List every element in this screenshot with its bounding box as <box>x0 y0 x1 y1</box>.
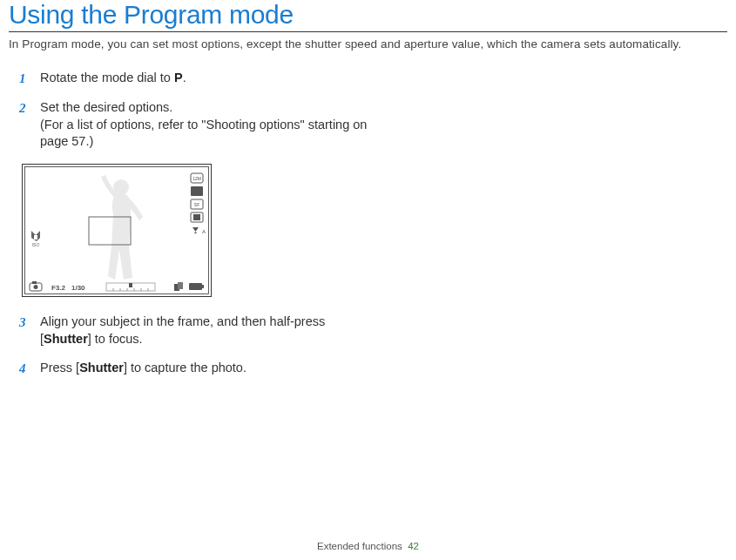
intro-text: In Program mode, you can set most option… <box>9 37 727 51</box>
step-text: Press [Shutter] to capture the photo. <box>40 360 375 377</box>
section-name: Extended functions <box>317 541 402 551</box>
title-row: Using the Program mode <box>9 0 727 32</box>
shutter-label: Shutter <box>44 332 88 346</box>
text: Press [ <box>40 361 79 374</box>
page-number: 42 <box>408 541 419 551</box>
svg-rect-25 <box>189 283 202 290</box>
svg-point-13 <box>34 285 38 289</box>
camera-preview: 12M SF A ISO <box>21 163 375 298</box>
step-3: 3 Align your subject in the frame, and t… <box>19 314 375 347</box>
aperture-value: F3.2 <box>51 284 66 292</box>
step-4: 4 Press [Shutter] to capture the photo. <box>19 360 375 377</box>
step-2: 2 Set the desired options. (For a list o… <box>19 99 375 151</box>
svg-rect-14 <box>32 281 37 284</box>
step-text: Set the desired options. (For a list of … <box>40 99 375 151</box>
shutter-label: Shutter <box>79 361 124 374</box>
page-title: Using the Program mode <box>9 0 727 30</box>
step-number: 3 <box>19 314 30 347</box>
step-text: Rotate the mode dial to P. <box>40 70 375 87</box>
step-text: Align your subject in the frame, and the… <box>40 314 375 347</box>
step-1: 1 Rotate the mode dial to P. <box>19 70 375 87</box>
camera-preview-svg: 12M SF A ISO <box>21 163 213 298</box>
step-number: 4 <box>19 360 30 377</box>
page-footer: Extended functions 42 <box>0 541 736 551</box>
steps-list: 1 Rotate the mode dial to P. 2 Set the d… <box>9 70 375 377</box>
svg-rect-9 <box>193 214 200 220</box>
text: Set the desired options. <box>40 99 375 117</box>
svg-rect-24 <box>178 282 183 289</box>
svg-text:ISO: ISO <box>32 242 40 247</box>
svg-rect-22 <box>129 283 132 287</box>
svg-text:A: A <box>202 229 206 234</box>
text: (For a list of options, refer to "Shooti… <box>40 117 375 151</box>
text: Rotate the mode dial to <box>40 71 174 84</box>
step-number: 1 <box>19 70 30 87</box>
p-mode-icon: P <box>174 71 183 84</box>
svg-text:SF: SF <box>194 202 199 207</box>
shutter-value: 1/30 <box>71 284 85 292</box>
text: ] to focus. <box>88 332 143 346</box>
battery-icon <box>189 283 204 290</box>
text: . <box>183 71 186 84</box>
svg-rect-5 <box>191 186 203 196</box>
svg-text:12M: 12M <box>192 176 201 181</box>
svg-rect-26 <box>202 285 204 288</box>
step-number: 2 <box>19 99 30 151</box>
text: ] to capture the photo. <box>124 361 246 374</box>
